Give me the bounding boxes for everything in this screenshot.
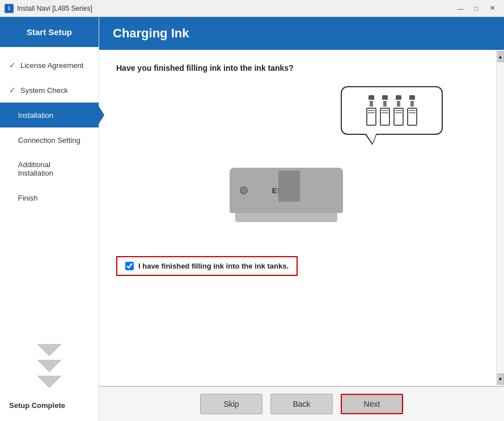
sidebar-item-additional[interactable]: AdditionalInstallation [0,152,99,185]
printer-body: EPSON [230,168,343,222]
bottle-body-2 [380,108,390,126]
sidebar-item-finish[interactable]: Finish [0,185,99,210]
bottle-neck-4 [410,101,414,107]
app-icon: i [5,4,14,13]
printer-tray [235,213,337,222]
scroll-down-arrow[interactable]: ▼ [497,373,504,385]
sidebar-label-installation: Installation [18,111,53,120]
ink-confirm-label[interactable]: I have finished filling ink into the ink… [138,262,289,270]
sidebar-label-additional: AdditionalInstallation [18,160,53,177]
ink-bottle-2 [380,95,390,126]
page-title: Charging Ink [113,26,189,40]
sidebar-label-connection: Connection Setting [18,136,81,144]
flow-arrow-3 [37,376,62,388]
skip-button[interactable]: Skip [200,394,262,414]
bottle-body-3 [393,108,404,126]
check-icon-finish [9,193,14,202]
bottle-cap-4 [409,95,415,100]
sidebar-header: Start Setup [0,17,99,47]
content-scrollbar: ▲ ▼ [496,50,504,386]
ink-bottle-3 [393,95,404,126]
sidebar-item-installation[interactable]: Installation [0,103,99,127]
printer-tank [278,171,300,202]
printer-dot [240,186,248,194]
printer-illustration: EPSON [116,86,479,233]
sidebar-footer: Setup Complete [0,394,99,421]
bottle-cap-2 [382,95,388,100]
sidebar-items: ✓ License Agreement ✓ System Check Insta… [0,47,99,338]
bottle-neck-3 [397,101,400,107]
check-icon-additional [9,164,14,173]
ink-bottle-4 [407,95,417,126]
check-icon-connection [9,135,14,144]
back-button[interactable]: Back [270,394,333,414]
check-icon-installation [9,110,14,120]
window-controls: — □ ✕ [453,3,499,14]
checkbox-area: I have finished filling ink into the ink… [116,256,298,276]
bottle-body-4 [407,108,417,126]
ink-confirm-checkbox[interactable] [125,262,134,270]
bottle-neck-1 [370,101,373,107]
sidebar-item-license[interactable]: ✓ License Agreement [0,53,99,78]
check-icon-license: ✓ [9,61,16,70]
check-icon-system: ✓ [9,86,16,95]
main-container: Start Setup ✓ License Agreement ✓ System… [0,17,504,421]
content-question: Have you finished filling ink into the i… [116,63,479,73]
sidebar-label-system: System Check [20,86,68,95]
close-button[interactable]: ✕ [485,3,499,14]
content-header: Charging Ink [99,17,504,50]
ink-bottle-1 [366,95,376,126]
bottle-neck-2 [383,101,387,107]
window-title: Install Navi [L485 Series] [17,5,92,12]
sidebar-flow [0,338,99,394]
bottle-body-1 [366,108,376,126]
ink-bottles [352,95,431,126]
titlebar: i Install Navi [L485 Series] — □ ✕ [0,0,504,17]
next-button[interactable]: Next [341,394,403,414]
flow-arrow-2 [37,360,62,372]
sidebar-label-finish: Finish [18,194,38,202]
sidebar-footer-label: Setup Complete [9,401,65,410]
minimize-button[interactable]: — [453,3,468,14]
sidebar-item-connection[interactable]: Connection Setting [0,127,99,152]
titlebar-left: i Install Navi [L485 Series] [5,4,92,13]
content-area: Charging Ink Have you finished filling i… [99,17,504,421]
speech-bubble [341,86,443,135]
scroll-up-arrow[interactable]: ▲ [497,51,504,62]
bottle-cap-1 [369,95,374,100]
content-footer: Skip Back Next [99,386,504,421]
sidebar-item-system[interactable]: ✓ System Check [0,78,99,103]
sidebar: Start Setup ✓ License Agreement ✓ System… [0,17,99,421]
content-body: Have you finished filling ink into the i… [99,50,496,386]
bottle-cap-3 [396,95,401,100]
maximize-button[interactable]: □ [469,3,484,14]
flow-arrow-1 [37,344,62,356]
sidebar-label-license: License Agreement [20,61,83,70]
